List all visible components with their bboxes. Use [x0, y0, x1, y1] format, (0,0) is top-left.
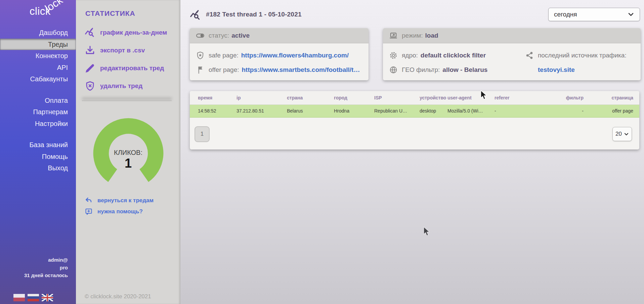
link-label: вернуться к тредам	[97, 197, 154, 204]
clicks-gauge: КЛИКОВ: 1	[85, 109, 172, 186]
action-label: редактировать тред	[100, 64, 164, 72]
globe-icon	[389, 66, 398, 74]
gauge-arc	[85, 109, 172, 186]
status-card: статус: active safe page: https://www.fl…	[190, 28, 369, 80]
back-to-threads-link[interactable]: вернуться к тредам	[85, 197, 180, 205]
offer-page-row: offer page: https://www.smartbets.com/fo…	[196, 62, 362, 77]
cell-referer: -	[486, 104, 558, 117]
column-header-country[interactable]: страна	[279, 91, 326, 104]
status-value: active	[231, 32, 250, 39]
geo-filter-value: allow - Belarus	[442, 66, 487, 74]
clicklock-logo[interactable]: clicklock	[0, 0, 76, 27]
cell-filter: -	[558, 104, 590, 117]
chevron-down-icon	[628, 11, 634, 18]
screen-share-icon	[389, 31, 398, 40]
column-header-isp[interactable]: ISP	[366, 91, 412, 104]
sidebar-item-partners[interactable]: Партнерам	[0, 106, 76, 118]
cell-country: Belarus	[279, 104, 326, 117]
action-label: удалить тред	[100, 82, 142, 90]
page-1-button[interactable]: 1	[195, 126, 210, 142]
traffic-source-row: последний источник трафика:	[525, 48, 635, 62]
language-switcher	[0, 294, 67, 301]
period-select-value: сегодня	[554, 11, 577, 18]
account-info: admin@ pro 31 дней осталось	[0, 256, 76, 279]
gauge-value: 1	[85, 156, 172, 171]
kernel-label: ядро:	[402, 52, 418, 59]
action-label: график день-за-днем	[100, 29, 167, 36]
column-header-device[interactable]: устройство	[412, 91, 439, 104]
sidebar-item-subaccounts[interactable]: Сабакаунты	[0, 73, 76, 85]
offer-page-label: offer page:	[209, 66, 239, 74]
mouse-cursor	[423, 226, 430, 236]
share-icon	[525, 51, 534, 60]
column-header-city[interactable]: город	[326, 91, 366, 104]
safe-page-row: safe page: https://www.flowers4hamburg.c…	[196, 48, 362, 62]
russian-flag-icon[interactable]	[28, 294, 39, 301]
download-icon	[85, 45, 95, 56]
statistics-panel: СТАТИСТИКА график день-за-днем экспорт в…	[76, 0, 180, 304]
action-delete-thread[interactable]: удалить тред	[76, 77, 180, 95]
period-select[interactable]: сегодня	[548, 8, 640, 21]
sidebar-item-threads[interactable]: Треды	[0, 39, 76, 50]
cell-isp: Republican Unita...	[366, 104, 412, 117]
action-edit-thread[interactable]: редактировать тред	[76, 59, 180, 77]
sidebar-item-dashboard[interactable]: Дашборд	[0, 27, 76, 39]
copyright-text: © clicklock.site 2020-2021	[76, 293, 180, 304]
page-size-select[interactable]: 20	[612, 127, 632, 141]
mode-card: режим: load ядро: default clicklock filt…	[383, 28, 641, 80]
info-cards: статус: active safe page: https://www.fl…	[190, 28, 644, 80]
sidebar-nav: Дашборд Треды Коннектор API Сабакаунты О…	[0, 27, 76, 174]
traffic-source-link[interactable]: testovyi.site	[538, 66, 575, 74]
statistics-title: СТАТИСТИКА	[85, 9, 180, 17]
cell-device: desktop	[412, 104, 439, 117]
sidebar-item-api[interactable]: API	[0, 62, 76, 74]
cell-city: Hrodna	[326, 104, 366, 117]
main-content: #182 Test thread 1 - 05-10-2021 сегодня …	[180, 0, 644, 304]
undo-icon	[85, 197, 93, 205]
stats-divider	[82, 100, 172, 101]
link-label: нужна помощь?	[97, 208, 143, 215]
polish-flag-icon[interactable]	[13, 294, 25, 301]
column-header-ip[interactable]: ip	[228, 91, 279, 104]
gauge-label: КЛИКОВ:	[85, 149, 172, 157]
page-size-value: 20	[615, 131, 622, 137]
sidebar-item-payment[interactable]: Оплата	[0, 95, 76, 106]
table-footer: 1 20	[190, 118, 639, 149]
toggle-icon	[196, 31, 205, 40]
offer-page-link[interactable]: https://www.smartbets.com/football/tea..…	[242, 66, 362, 74]
cell-page: offer page	[590, 104, 639, 117]
action-day-by-day-chart[interactable]: график день-за-днем	[76, 24, 180, 41]
sidebar-item-logout[interactable]: Выход	[0, 162, 76, 174]
chevron-down-icon	[624, 132, 629, 137]
mode-value: load	[425, 32, 438, 39]
kernel-row: ядро: default clicklock filter	[389, 48, 525, 62]
need-help-link[interactable]: нужна помощь?	[85, 208, 180, 216]
pencil-icon	[85, 63, 95, 74]
column-header-page[interactable]: страница	[590, 91, 639, 104]
mode-card-header: режим: load	[383, 28, 641, 43]
stats-links: вернуться к тредам нужна помощь?	[85, 197, 180, 219]
safe-page-label: safe page:	[209, 52, 239, 59]
sidebar-item-settings[interactable]: Настройки	[0, 118, 76, 130]
english-flag-icon[interactable]	[42, 294, 53, 301]
table-row[interactable]: 14:58:52 37.212.80.51 Belarus Hrodna Rep…	[190, 104, 639, 117]
cell-time: 14:58:52	[190, 104, 228, 117]
table-header-row: время ip страна город ISP устройство use…	[190, 91, 639, 104]
gear-icon	[389, 51, 398, 60]
geo-filter-row: ГЕО фильтр: allow - Belarus	[389, 62, 525, 77]
main-header: #182 Test thread 1 - 05-10-2021 сегодня	[190, 7, 644, 21]
sidebar-item-connector[interactable]: Коннектор	[0, 50, 76, 62]
column-header-referer[interactable]: referer	[486, 91, 558, 104]
column-header-filter[interactable]: фильтр	[558, 91, 590, 104]
account-plan: pro	[0, 264, 68, 271]
sidebar-item-help[interactable]: Помощь	[0, 151, 76, 163]
status-label: статус:	[209, 32, 229, 39]
action-export-csv[interactable]: экспорт в .csv	[76, 41, 180, 59]
clicks-table-card: время ip страна город ISP устройство use…	[190, 91, 639, 149]
statistics-actions: график день-за-днем экспорт в .csv редак…	[76, 24, 180, 95]
column-header-user-agent[interactable]: user-agent	[439, 91, 486, 104]
traffic-source-label: последний источник трафика:	[538, 52, 627, 59]
column-header-time[interactable]: время	[190, 91, 228, 104]
sidebar-item-knowledge-base[interactable]: База знаний	[0, 139, 76, 151]
safe-page-link[interactable]: https://www.flowers4hamburg.com/	[241, 52, 349, 59]
